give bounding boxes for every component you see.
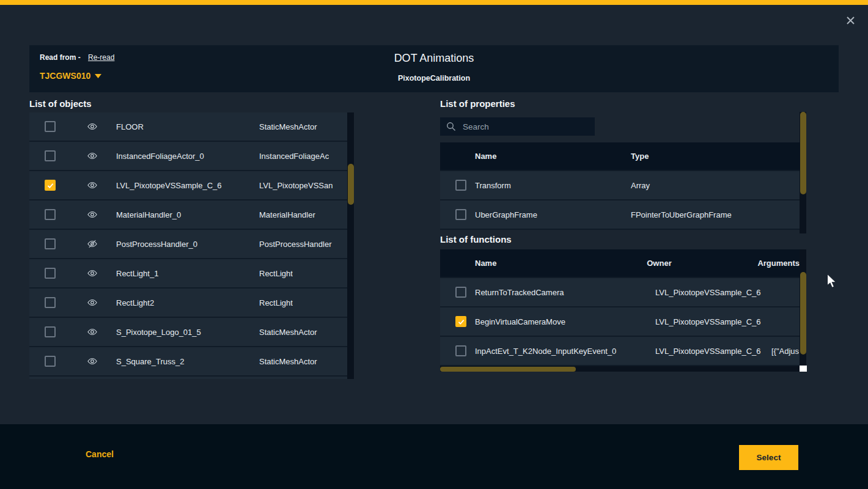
object-row[interactable]: PostProcessHandler_0 PostProcessHandler [29, 230, 347, 259]
visibility-toggle[interactable] [87, 150, 98, 161]
row-checkbox[interactable] [455, 345, 466, 356]
row-checkbox[interactable] [45, 150, 56, 161]
object-name: FLOOR [116, 122, 259, 131]
function-name: InpActEvt_T_K2Node_InputKeyEvent_0 [475, 347, 655, 356]
row-checkbox[interactable] [45, 326, 56, 337]
row-checkbox[interactable] [45, 238, 56, 249]
functions-scrollbar-thumb[interactable] [800, 272, 806, 355]
object-row[interactable]: FLOOR StaticMeshActor [29, 112, 347, 142]
search-input[interactable] [462, 122, 589, 132]
object-type: InstancedFoliageAc [259, 152, 329, 161]
functions-hscrollbar-thumb[interactable] [440, 367, 576, 372]
function-arguments: [{"Adjus [771, 347, 799, 356]
row-checkbox[interactable] [45, 209, 56, 220]
function-owner: LVL_PixotopeVSSample_C_6 [655, 317, 771, 326]
eye-icon [87, 121, 98, 132]
row-checkbox[interactable] [45, 180, 56, 191]
column-header-type: Type [631, 152, 649, 161]
eye-icon [87, 150, 98, 161]
function-name: ReturnToTrackedCamera [475, 288, 655, 297]
properties-header-row: Name Type [440, 142, 800, 171]
close-button[interactable] [846, 13, 859, 27]
function-name: BeginVirtualCameraMove [475, 317, 655, 326]
property-row[interactable]: Transform Array [440, 171, 800, 200]
eye-icon [87, 180, 98, 191]
objects-scrollbar-thumb[interactable] [348, 164, 354, 205]
row-checkbox[interactable] [45, 356, 56, 367]
object-type: StaticMeshActor [259, 357, 317, 366]
functions-header-row: Name Owner Arguments [440, 249, 800, 278]
property-row[interactable]: UberGraphFrame FPointerToUberGraphFrame [440, 200, 800, 230]
object-type: MaterialHandler [259, 210, 315, 219]
functions-scrollbar[interactable] [800, 249, 806, 366]
scrollbar-corner [800, 366, 807, 372]
function-row[interactable]: ReturnToTrackedCamera LVL_PixotopeVSSamp… [440, 278, 800, 307]
row-checkbox[interactable] [455, 287, 466, 298]
functions-table: Name Owner Arguments ReturnToTrackedCame… [440, 249, 800, 366]
functions-rows: ReturnToTrackedCamera LVL_PixotopeVSSamp… [440, 278, 800, 366]
object-type: LVL_PixotopeVSSan [259, 181, 333, 190]
eye-icon [87, 297, 98, 308]
object-type: RectLight [259, 269, 293, 278]
select-button[interactable]: Select [739, 445, 798, 470]
functions-heading: List of functions [440, 234, 512, 244]
object-type: PostProcessHandler [259, 240, 332, 249]
function-owner: LVL_PixotopeVSSample_C_6 [655, 288, 771, 297]
footer: Cancel Select [0, 424, 868, 489]
object-name: MaterialHandler_0 [116, 210, 259, 219]
column-header-name: Name [475, 152, 631, 161]
object-name: S_Pixotope_Logo_01_5 [116, 328, 259, 337]
page-title: DOT Animations [29, 52, 839, 65]
objects-scrollbar[interactable] [347, 112, 354, 379]
search-icon [446, 122, 456, 131]
row-checkbox[interactable] [45, 297, 56, 308]
visibility-toggle[interactable] [87, 121, 98, 132]
property-name: Transform [475, 181, 631, 190]
object-row[interactable]: S_Square_Truss_2 StaticMeshActor [29, 347, 347, 377]
search-box[interactable] [440, 117, 595, 136]
check-icon [457, 318, 465, 326]
function-row[interactable]: InpActEvt_T_K2Node_InputKeyEvent_0 LVL_P… [440, 337, 800, 366]
column-header-arguments: Arguments [757, 259, 800, 268]
object-name: RectLight2 [116, 298, 259, 307]
page-subtitle: PixotopeCalibration [29, 74, 839, 83]
visibility-toggle[interactable] [87, 326, 98, 337]
eye-icon [87, 356, 98, 367]
properties-table: Name Type Transform Array [440, 142, 800, 230]
object-row[interactable]: MaterialHandler_0 MaterialHandler [29, 200, 347, 230]
eye-off-icon [87, 238, 98, 249]
row-checkbox[interactable] [455, 209, 466, 220]
column-header-name: Name [475, 259, 647, 268]
visibility-toggle[interactable] [87, 356, 98, 367]
visibility-toggle[interactable] [87, 209, 98, 220]
visibility-toggle[interactable] [87, 268, 98, 279]
visibility-toggle[interactable] [87, 238, 98, 249]
properties-scrollbar-thumb[interactable] [800, 112, 806, 194]
eye-icon [87, 326, 98, 337]
object-name: S_Square_Truss_2 [116, 357, 259, 366]
row-checkbox[interactable] [455, 180, 466, 191]
object-name: InstancedFoliageActor_0 [116, 152, 259, 161]
property-type: FPointerToUberGraphFrame [631, 210, 732, 219]
object-row[interactable]: InstancedFoliageActor_0 InstancedFoliage… [29, 142, 347, 171]
visibility-toggle[interactable] [87, 297, 98, 308]
function-row[interactable]: BeginVirtualCameraMove LVL_PixotopeVSSam… [440, 307, 800, 337]
functions-horizontal-scrollbar[interactable] [440, 366, 800, 372]
object-row[interactable]: RectLight_1 RectLight [29, 259, 347, 289]
top-accent-bar [0, 0, 868, 5]
object-name: RectLight_1 [116, 269, 259, 278]
row-checkbox[interactable] [45, 121, 56, 132]
visibility-toggle[interactable] [87, 180, 98, 191]
object-row[interactable]: RectLight2 RectLight [29, 289, 347, 318]
object-row[interactable]: S_Pixotope_Logo_01_5 StaticMeshActor [29, 318, 347, 347]
object-name: LVL_PixotopeVSSample_C_6 [116, 181, 259, 190]
properties-scrollbar[interactable] [800, 112, 806, 233]
row-checkbox[interactable] [45, 268, 56, 279]
properties-heading: List of properties [440, 98, 515, 109]
property-type: Array [631, 181, 650, 190]
object-type: StaticMeshActor [259, 122, 317, 131]
row-checkbox[interactable] [455, 316, 466, 327]
object-type: RectLight [259, 298, 293, 307]
object-row[interactable]: LVL_PixotopeVSSample_C_6 LVL_PixotopeVSS… [29, 171, 347, 200]
cancel-button[interactable]: Cancel [86, 449, 114, 459]
